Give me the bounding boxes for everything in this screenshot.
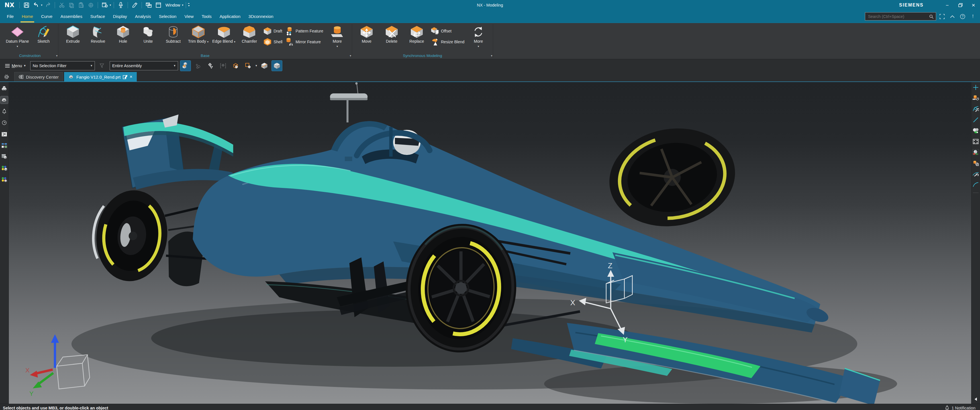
square-crosshair-snap-icon[interactable]: [243, 60, 253, 71]
help-icon[interactable]: ?: [958, 13, 967, 21]
customize-quick-access-icon[interactable]: ▾: [188, 3, 189, 7]
draft-button[interactable]: Draft: [262, 26, 283, 36]
mirror-feature-button[interactable]: Mirror Feature: [284, 37, 324, 47]
curve-settings-icon[interactable]: [972, 170, 980, 178]
snap-point-toggle[interactable]: [180, 60, 191, 71]
sketch-button[interactable]: Sketch: [31, 24, 56, 44]
window-menu-dropdown-icon[interactable]: ▾: [182, 4, 183, 6]
menu-analysis[interactable]: Analysis: [131, 10, 155, 22]
restore-button[interactable]: [954, 0, 967, 10]
menu-application[interactable]: Application: [216, 10, 245, 22]
sketch-settings-icon[interactable]: [972, 105, 980, 113]
search-box[interactable]: [865, 12, 936, 21]
history-clock-icon[interactable]: [0, 119, 8, 126]
close-button[interactable]: ×: [967, 0, 980, 10]
crosshair-plus-icon[interactable]: [972, 84, 980, 91]
menu-tools[interactable]: Tools: [198, 10, 216, 22]
menu-home[interactable]: Home: [18, 10, 37, 22]
customize-tools-icon[interactable]: [0, 130, 8, 138]
bounding-box-snap-icon[interactable]: [231, 60, 241, 71]
selection-filter-combo[interactable]: No Selection Filter ▾: [30, 61, 95, 70]
construction-group-label[interactable]: Construction▾: [2, 52, 58, 59]
window-settings-icon[interactable]: [100, 1, 109, 9]
component-groups-balls-icon[interactable]: [0, 176, 8, 183]
tab-part-file[interactable]: Fangio V12.0_Rend.prt ×: [64, 72, 137, 81]
tab-discovery-center[interactable]: Discovery Center: [14, 72, 63, 81]
menu-assemblies[interactable]: Assemblies: [56, 10, 86, 22]
reuse-library-icon[interactable]: [0, 142, 8, 149]
window-settings-dropdown-icon[interactable]: ▾: [110, 4, 111, 6]
resize-blend-button[interactable]: Resize Blend: [430, 37, 466, 47]
alert-icon[interactable]: !: [969, 13, 977, 21]
base-group-label[interactable]: Base▾: [59, 52, 352, 59]
tab-settings-gear-icon[interactable]: [0, 72, 13, 81]
feature-settings-icon[interactable]: [972, 95, 980, 102]
graphics-window[interactable]: Z X Y X Y: [9, 82, 971, 404]
t-camera-mast[interactable]: [330, 82, 368, 122]
edge-blend-button[interactable]: Edge Blend ▾: [211, 24, 237, 44]
move-button[interactable]: Move: [355, 24, 379, 44]
subtract-button[interactable]: Subtract: [161, 24, 185, 44]
visual-reports-balls-icon[interactable]: [0, 165, 8, 172]
menu-display[interactable]: Display: [109, 10, 131, 22]
fullscreen-icon[interactable]: [938, 13, 947, 21]
undo-dropdown-icon[interactable]: ▾: [41, 4, 43, 6]
separator: [19, 2, 20, 8]
menu-view[interactable]: View: [180, 10, 197, 22]
trim-body-button[interactable]: Trim Body ▾: [186, 24, 210, 44]
undo-icon[interactable]: [32, 1, 40, 9]
replace-button[interactable]: Replace: [404, 24, 429, 44]
revolve-button[interactable]: Revolve: [86, 24, 110, 44]
search-input[interactable]: [867, 14, 929, 19]
delete-button[interactable]: Delete: [379, 24, 404, 44]
hole-button[interactable]: Hole: [111, 24, 135, 44]
base-more-button[interactable]: More▾: [325, 24, 350, 49]
f1-car-scene[interactable]: Z X Y X Y: [9, 82, 971, 404]
assembly-navigator-icon[interactable]: [0, 85, 8, 92]
offset-button[interactable]: Offset: [430, 26, 466, 36]
snap-dropdown-icon[interactable]: ▾: [256, 64, 257, 67]
feature-copies-icon[interactable]: [972, 159, 980, 167]
selection-scope-combo[interactable]: Entire Assembly ▾: [110, 61, 178, 70]
menu-file[interactable]: File: [3, 10, 18, 22]
minimize-ribbon-icon[interactable]: [948, 13, 957, 21]
datum-plane-button[interactable]: Datum Plane ▾: [4, 24, 31, 49]
fit-window-icon[interactable]: [972, 138, 980, 145]
rear-wing[interactable]: [122, 114, 233, 190]
high-quality-render-icon[interactable]: [972, 149, 980, 156]
shell-button[interactable]: Shell: [262, 37, 283, 47]
microphone-icon[interactable]: [116, 1, 125, 9]
chamfer-button[interactable]: Chamfer: [237, 24, 261, 44]
menu-curve[interactable]: Curve: [37, 10, 56, 22]
collapse-toolbar-arrow-icon[interactable]: [975, 397, 977, 401]
notification-area[interactable]: 1 Notification: [945, 405, 977, 410]
notifications-bell-icon[interactable]: [0, 108, 8, 115]
shaded-face-toggle[interactable]: [259, 60, 269, 71]
arc-icon[interactable]: [972, 181, 980, 189]
datum-plane-icon: [11, 25, 24, 39]
window-icon[interactable]: [154, 1, 163, 9]
pattern-feature-button[interactable]: Pattern Feature: [284, 26, 324, 36]
tab-close-icon[interactable]: ×: [130, 75, 132, 79]
save-icon[interactable]: [22, 1, 31, 9]
cascade-windows-icon[interactable]: [145, 1, 153, 9]
scenario-stage-icon[interactable]: [0, 153, 8, 161]
shaded-edges-toggle[interactable]: [272, 60, 282, 71]
window-menu-label[interactable]: Window: [165, 3, 180, 7]
front-right-wheel[interactable]: [602, 119, 743, 236]
menu-button[interactable]: Menu ▾: [3, 61, 28, 70]
menu-selection[interactable]: Selection: [155, 10, 181, 22]
line-icon[interactable]: [972, 116, 980, 124]
rear-left-wheel[interactable]: [88, 186, 173, 285]
part-navigator-icon[interactable]: [0, 96, 8, 103]
minimize-button[interactable]: –: [941, 0, 954, 10]
synchronous-modeling-group-label[interactable]: Synchronous Modeling▾: [352, 52, 493, 59]
unite-button[interactable]: Unite: [136, 24, 161, 44]
command-finder-hand-icon[interactable]: [130, 1, 139, 9]
sync-more-button[interactable]: More▾: [466, 24, 490, 49]
point-on-curve-icon[interactable]: [205, 60, 216, 71]
extrude-button[interactable]: Extrude: [61, 24, 85, 44]
shading-toggle-icon[interactable]: [972, 127, 980, 134]
menu-3dconnexion[interactable]: 3Dconnexion: [245, 10, 277, 22]
menu-surface[interactable]: Surface: [86, 10, 109, 22]
